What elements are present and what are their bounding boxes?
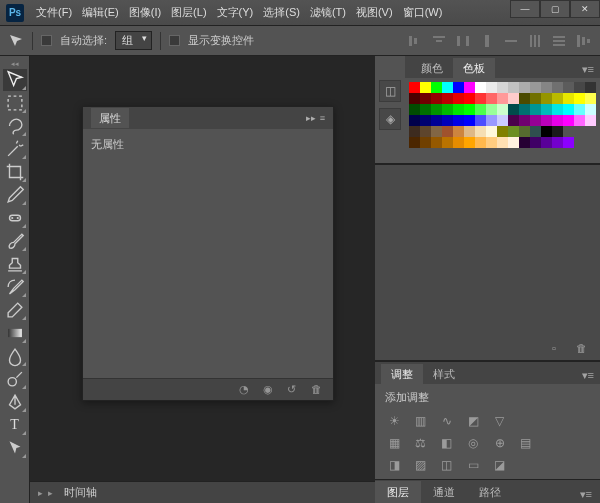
color-tab[interactable]: 颜色 <box>411 58 453 78</box>
swatch[interactable] <box>530 104 541 115</box>
swatch[interactable] <box>475 82 486 93</box>
properties-tab[interactable]: 属性 <box>91 108 129 128</box>
swatch[interactable] <box>453 126 464 137</box>
panel-menu-icon[interactable]: ▾≡ <box>572 486 600 503</box>
swatch[interactable] <box>508 126 519 137</box>
swatch[interactable] <box>442 104 453 115</box>
swatch[interactable] <box>486 93 497 104</box>
auto-select-dropdown[interactable]: 组 <box>115 31 152 50</box>
properties-header[interactable]: 属性 ▸▸≡ <box>83 107 333 129</box>
eyedropper-tool[interactable] <box>3 184 27 206</box>
swatch[interactable] <box>453 137 464 148</box>
align-icon[interactable] <box>574 33 592 49</box>
path-select-tool[interactable] <box>3 437 27 459</box>
swatch[interactable] <box>530 82 541 93</box>
lookup-icon[interactable]: ▤ <box>517 435 535 451</box>
close-button[interactable]: ✕ <box>570 0 600 18</box>
menu-select[interactable]: 选择(S) <box>259 3 304 22</box>
swatch[interactable] <box>486 82 497 93</box>
swatch[interactable] <box>530 93 541 104</box>
swatch[interactable] <box>475 126 486 137</box>
swatch[interactable] <box>431 126 442 137</box>
pen-tool[interactable] <box>3 391 27 413</box>
blur-tool[interactable] <box>3 345 27 367</box>
panel-menu-icon[interactable]: ▾≡ <box>576 367 600 384</box>
swatch[interactable] <box>563 93 574 104</box>
timeline-expand-icon[interactable]: ▸ <box>38 488 48 498</box>
align-icon[interactable] <box>526 33 544 49</box>
levels-icon[interactable]: ▥ <box>411 413 429 429</box>
swatch[interactable] <box>464 126 475 137</box>
swatch[interactable] <box>420 137 431 148</box>
swatch[interactable] <box>475 115 486 126</box>
swatch[interactable] <box>552 93 563 104</box>
swatch[interactable] <box>475 137 486 148</box>
menu-filter[interactable]: 滤镜(T) <box>306 3 350 22</box>
swatch[interactable] <box>431 137 442 148</box>
wand-tool[interactable] <box>3 138 27 160</box>
align-icon[interactable] <box>478 33 496 49</box>
swatch[interactable] <box>409 104 420 115</box>
swatch[interactable] <box>519 82 530 93</box>
channel-mixer-icon[interactable]: ⊕ <box>491 435 509 451</box>
swatch[interactable] <box>530 126 541 137</box>
swatch[interactable] <box>453 104 464 115</box>
channels-tab[interactable]: 通道 <box>421 481 467 503</box>
swatch[interactable] <box>585 115 596 126</box>
swatch[interactable] <box>563 104 574 115</box>
swatch[interactable] <box>519 126 530 137</box>
swatch[interactable] <box>541 104 552 115</box>
vibrance-icon[interactable]: ▽ <box>491 413 509 429</box>
reset-icon[interactable]: ↺ <box>287 383 303 397</box>
auto-select-checkbox[interactable] <box>41 35 52 46</box>
align-icon[interactable] <box>502 33 520 49</box>
swatch[interactable] <box>552 126 563 137</box>
eraser-tool[interactable] <box>3 299 27 321</box>
swatch[interactable] <box>541 137 552 148</box>
trash-icon[interactable]: 🗑 <box>311 383 327 397</box>
swatch[interactable] <box>409 93 420 104</box>
swatch[interactable] <box>497 126 508 137</box>
menu-layer[interactable]: 图层(L) <box>167 3 210 22</box>
swatch[interactable] <box>563 137 574 148</box>
swatch[interactable] <box>530 115 541 126</box>
panel-menu-icon[interactable]: ≡ <box>320 113 325 123</box>
paths-tab[interactable]: 路径 <box>467 481 513 503</box>
clip-icon[interactable]: ◔ <box>239 383 255 397</box>
swatch[interactable] <box>508 93 519 104</box>
swatch[interactable] <box>475 93 486 104</box>
swatch[interactable] <box>464 104 475 115</box>
history-brush-tool[interactable] <box>3 276 27 298</box>
swatch[interactable] <box>431 115 442 126</box>
swatch[interactable] <box>409 82 420 93</box>
trash-icon[interactable]: 🗑 <box>576 342 592 356</box>
swatch[interactable] <box>552 137 563 148</box>
stamp-tool[interactable] <box>3 253 27 275</box>
threshold-icon[interactable]: ◫ <box>438 457 456 473</box>
selective-icon[interactable]: ◪ <box>491 457 509 473</box>
swatch[interactable] <box>420 93 431 104</box>
menu-edit[interactable]: 编辑(E) <box>78 3 123 22</box>
swatch-3d-icon[interactable]: ◈ <box>379 108 401 130</box>
swatch[interactable] <box>541 126 552 137</box>
swatch[interactable] <box>541 82 552 93</box>
swatch[interactable] <box>431 82 442 93</box>
swatch[interactable] <box>486 137 497 148</box>
maximize-button[interactable]: ▢ <box>540 0 570 18</box>
swatch[interactable] <box>585 82 596 93</box>
swatch[interactable] <box>409 115 420 126</box>
swatch[interactable] <box>574 115 585 126</box>
brightness-icon[interactable]: ☀ <box>385 413 403 429</box>
swatch[interactable] <box>486 115 497 126</box>
swatch[interactable] <box>420 104 431 115</box>
swatch[interactable] <box>508 137 519 148</box>
styles-tab[interactable]: 样式 <box>423 364 465 384</box>
swatch[interactable] <box>464 137 475 148</box>
dodge-tool[interactable] <box>3 368 27 390</box>
swatch[interactable] <box>563 82 574 93</box>
swatch-add-icon[interactable]: ◫ <box>379 80 401 102</box>
swatch[interactable] <box>508 82 519 93</box>
swatch[interactable] <box>519 93 530 104</box>
hue-icon[interactable]: ▦ <box>385 435 403 451</box>
brush-tool[interactable] <box>3 230 27 252</box>
